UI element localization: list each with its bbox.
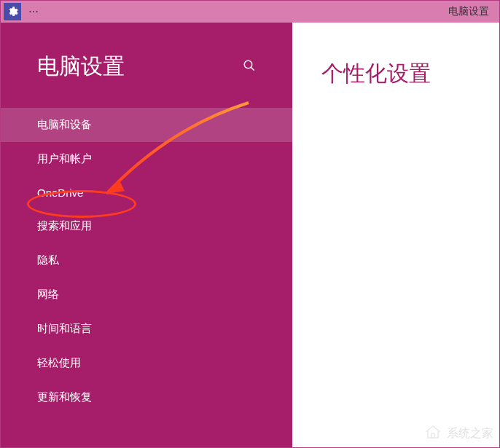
sidebar-item-label: 隐私 — [37, 254, 59, 266]
main-title: 个性化设置 — [321, 59, 470, 89]
sidebar-item-time-language[interactable]: 时间和语言 — [1, 312, 292, 346]
titlebar-app-title: 电脑设置 — [448, 5, 489, 18]
sidebar-header: 电脑设置 — [1, 52, 292, 108]
sidebar-item-label: 用户和帐户 — [37, 152, 92, 165]
sidebar-item-users-accounts[interactable]: 用户和帐户 — [1, 142, 292, 176]
titlebar-menu-dots[interactable]: ⋯ — [26, 6, 39, 17]
watermark-house-icon — [423, 424, 442, 443]
search-icon[interactable] — [243, 59, 256, 75]
svg-rect-3 — [431, 433, 434, 438]
sidebar-item-onedrive[interactable]: OneDrive — [1, 176, 292, 209]
sidebar-item-label: 搜索和应用 — [37, 219, 92, 232]
watermark-text: 系统之家 — [447, 426, 493, 441]
svg-line-1 — [251, 67, 254, 71]
sidebar-item-label: 时间和语言 — [37, 322, 92, 334]
titlebar: ⋯ 电脑设置 — [1, 1, 499, 23]
sidebar-item-label: OneDrive — [37, 186, 83, 199]
sidebar-item-privacy[interactable]: 隐私 — [1, 243, 292, 278]
svg-point-0 — [244, 60, 252, 68]
sidebar-item-network[interactable]: 网络 — [1, 278, 292, 312]
sidebar-item-label: 网络 — [37, 288, 59, 300]
sidebar-item-label: 电脑和设备 — [37, 118, 92, 130]
sidebar-item-pc-devices[interactable]: 电脑和设备 — [1, 108, 292, 142]
sidebar: 电脑设置 电脑和设备 用户和帐户 OneDrive 搜索和应用 隐私 网络 时间… — [1, 23, 292, 447]
watermark: 系统之家 — [423, 424, 493, 443]
sidebar-item-search-apps[interactable]: 搜索和应用 — [1, 209, 292, 243]
sidebar-item-label: 更新和恢复 — [37, 390, 92, 403]
sidebar-item-ease-access[interactable]: 轻松使用 — [1, 346, 292, 380]
sidebar-item-update-recovery[interactable]: 更新和恢复 — [1, 380, 292, 414]
sidebar-title: 电脑设置 — [37, 52, 125, 82]
sidebar-item-label: 轻松使用 — [37, 356, 81, 369]
settings-gear-icon[interactable] — [4, 3, 21, 20]
content-area: 电脑设置 电脑和设备 用户和帐户 OneDrive 搜索和应用 隐私 网络 时间… — [1, 23, 499, 447]
main-panel: 个性化设置 — [292, 23, 499, 447]
